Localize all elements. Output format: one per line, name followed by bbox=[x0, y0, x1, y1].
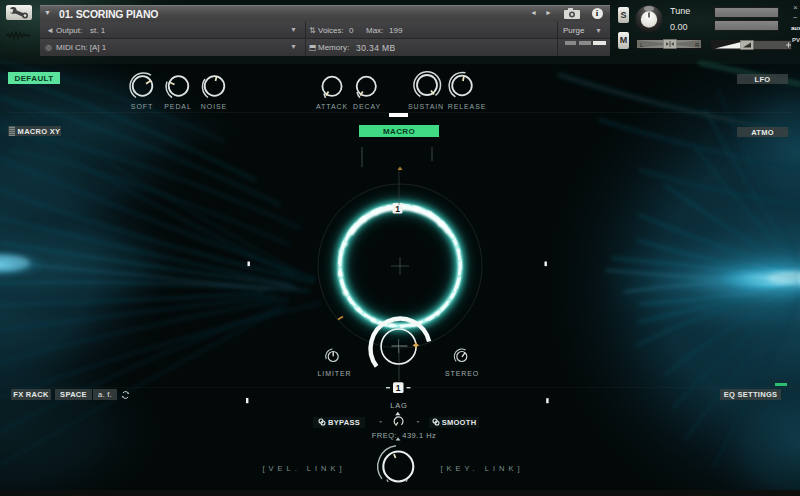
svg-text:1: 1 bbox=[396, 383, 401, 393]
